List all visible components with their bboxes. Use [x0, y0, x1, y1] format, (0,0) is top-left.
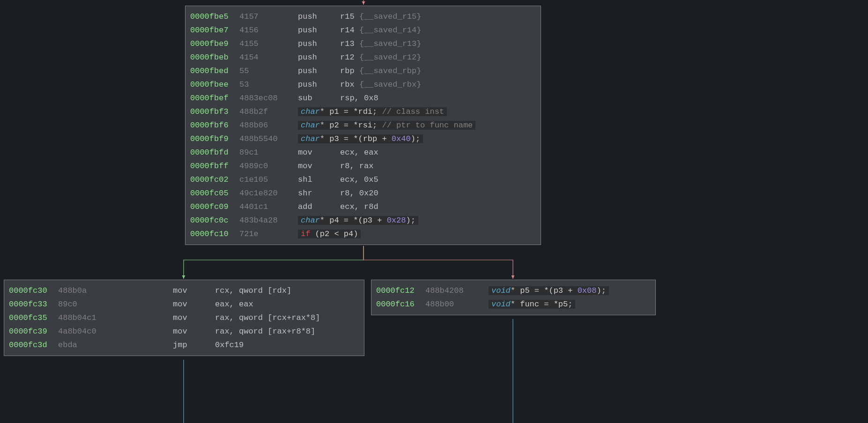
decompiled-line: char* p2 = *rsi; // ptr to func name [298, 121, 475, 130]
hex-bytes: 483b4a28 [239, 216, 298, 225]
mnemonic: push [298, 26, 340, 35]
hex-bytes: 4157 [239, 12, 298, 21]
cfg-block-right[interactable]: 0000fc12488b4208void* p5 = *(p3 + 0x08);… [371, 280, 656, 315]
cfg-block-main[interactable]: 0000fbe54157pushr15 {__saved_r15}0000fbe… [185, 6, 541, 245]
disasm-row[interactable]: 0000fc094401c1addecx, r8d [190, 200, 536, 214]
disasm-row[interactable]: 0000fbf3488b2fchar* p1 = *rdi; // class … [190, 105, 536, 119]
mnemonic: jmp [173, 341, 215, 349]
disasm-row[interactable]: 0000fbed55pushrbp {__saved_rbp} [190, 64, 536, 78]
address: 0000fc0c [190, 216, 239, 225]
address: 0000fc02 [190, 175, 239, 184]
mnemonic: mov [298, 162, 340, 171]
decompiled-line: void* func = *p5; [489, 300, 575, 309]
address: 0000fc09 [190, 202, 239, 211]
hex-bytes: 4989c0 [239, 162, 298, 171]
address: 0000fbfd [190, 148, 239, 157]
decompiled-line: if (p2 < p4) [298, 230, 361, 238]
address: 0000fc3d [9, 341, 58, 349]
address: 0000fc30 [9, 286, 58, 295]
disasm-row[interactable]: 0000fbe94155pushr13 {__saved_r13} [190, 37, 536, 51]
disasm-row[interactable]: 0000fbe54157pushr15 {__saved_r15} [190, 10, 536, 23]
decompiled-line: void* p5 = *(p3 + 0x08); [489, 286, 609, 295]
hex-bytes: 488b4208 [425, 286, 489, 295]
disasm-row[interactable]: 0000fc0c483b4a28char* p4 = *(p3 + 0x28); [190, 214, 536, 227]
address: 0000fbf9 [190, 134, 239, 143]
address: 0000fbeb [190, 53, 239, 62]
disasm-row[interactable]: 0000fc10721eif (p2 < p4) [190, 227, 536, 241]
hex-bytes: 89c0 [58, 300, 173, 309]
mnemonic: push [298, 39, 340, 48]
mnemonic: mov [298, 148, 340, 157]
mnemonic: mov [173, 327, 215, 336]
hex-bytes: 4154 [239, 53, 298, 62]
disasm-row[interactable]: 0000fc12488b4208void* p5 = *(p3 + 0x08); [376, 284, 651, 297]
mnemonic: shl [298, 175, 340, 184]
cfg-block-left[interactable]: 0000fc30488b0amovrcx, qword [rdx]0000fc3… [4, 280, 364, 356]
hex-bytes: 488b00 [425, 300, 489, 309]
mnemonic: sub [298, 94, 340, 103]
decompiled-line: char* p4 = *(p3 + 0x28); [298, 216, 418, 225]
disasm-row[interactable]: 0000fbeb4154pushr12 {__saved_r12} [190, 51, 536, 64]
address: 0000fc12 [376, 286, 425, 295]
disasm-row[interactable]: 0000fbef4883ec08subrsp, 0x8 [190, 91, 536, 105]
disasm-row[interactable]: 0000fbf9488b5540char* p3 = *(rbp + 0x40)… [190, 132, 536, 146]
mnemonic: push [298, 12, 340, 21]
hex-bytes: 4155 [239, 39, 298, 48]
hex-bytes: 4156 [239, 26, 298, 35]
disasm-row[interactable]: 0000fbfd89c1movecx, eax [190, 146, 536, 159]
hex-bytes: c1e105 [239, 175, 298, 184]
mnemonic: mov [173, 300, 215, 309]
mnemonic: add [298, 202, 340, 211]
disasm-row[interactable]: 0000fc35488b04c1movrax, qword [rcx+rax*8… [9, 311, 359, 325]
address: 0000fc33 [9, 300, 58, 309]
disasm-row[interactable]: 0000fc02c1e105shlecx, 0x5 [190, 173, 536, 186]
hex-bytes: 488b06 [239, 121, 298, 130]
address: 0000fbf3 [190, 107, 239, 116]
hex-bytes: 4883ec08 [239, 94, 298, 103]
disasm-row[interactable]: 0000fbe74156pushr14 {__saved_r14} [190, 23, 536, 37]
mnemonic: shr [298, 189, 340, 198]
decompiled-line: char* p3 = *(rbp + 0x40); [298, 134, 423, 143]
disasm-row[interactable]: 0000fc16488b00void* func = *p5; [376, 297, 651, 311]
mnemonic: mov [173, 313, 215, 322]
disasm-row[interactable]: 0000fc30488b0amovrcx, qword [rdx] [9, 284, 359, 297]
address: 0000fbf6 [190, 121, 239, 130]
hex-bytes: 89c1 [239, 148, 298, 157]
mnemonic: push [298, 67, 340, 75]
address: 0000fbef [190, 94, 239, 103]
disasm-row[interactable]: 0000fbff4989c0movr8, rax [190, 159, 536, 173]
disasm-row[interactable]: 0000fc394a8b04c0movrax, qword [rax+r8*8] [9, 325, 359, 338]
address: 0000fc05 [190, 189, 239, 198]
hex-bytes: 488b04c1 [58, 313, 173, 322]
mnemonic: mov [173, 286, 215, 295]
mnemonic: push [298, 53, 340, 62]
disasm-row[interactable]: 0000fc3389c0moveax, eax [9, 297, 359, 311]
hex-bytes: ebda [58, 341, 173, 349]
address: 0000fbff [190, 162, 239, 171]
decompiled-line: char* p1 = *rdi; // class inst [298, 107, 447, 116]
address: 0000fbee [190, 80, 239, 89]
address: 0000fc16 [376, 300, 425, 309]
hex-bytes: 49c1e820 [239, 189, 298, 198]
address: 0000fbe9 [190, 39, 239, 48]
address: 0000fbe5 [190, 12, 239, 21]
address: 0000fc10 [190, 230, 239, 238]
disasm-row[interactable]: 0000fc3debdajmp0xfc19 [9, 338, 359, 352]
address: 0000fc35 [9, 313, 58, 322]
hex-bytes: 488b2f [239, 107, 298, 116]
disasm-row[interactable]: 0000fc0549c1e820shrr8, 0x20 [190, 186, 536, 200]
disasm-row[interactable]: 0000fbf6488b06char* p2 = *rsi; // ptr to… [190, 119, 536, 132]
hex-bytes: 488b5540 [239, 134, 298, 143]
disasm-row[interactable]: 0000fbee53pushrbx {__saved_rbx} [190, 78, 536, 91]
hex-bytes: 55 [239, 67, 298, 75]
address: 0000fc39 [9, 327, 58, 336]
hex-bytes: 53 [239, 80, 298, 89]
hex-bytes: 4a8b04c0 [58, 327, 173, 336]
hex-bytes: 4401c1 [239, 202, 298, 211]
address: 0000fbe7 [190, 26, 239, 35]
hex-bytes: 721e [239, 230, 298, 238]
address: 0000fbed [190, 67, 239, 75]
hex-bytes: 488b0a [58, 286, 173, 295]
mnemonic: push [298, 80, 340, 89]
